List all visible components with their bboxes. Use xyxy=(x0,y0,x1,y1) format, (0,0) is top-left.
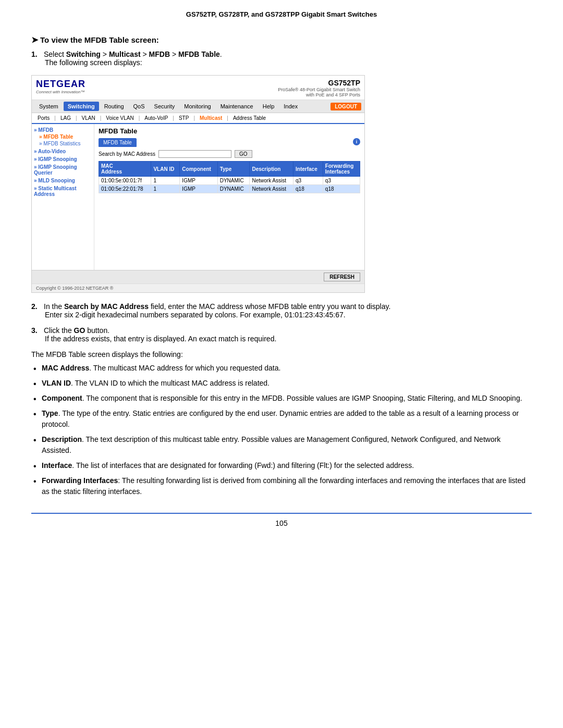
ng-sidebar: » MFDB » MFDB Table » MFDB Statistics » … xyxy=(32,124,94,270)
term-description: Description xyxy=(42,435,82,443)
info-icon[interactable]: i xyxy=(353,138,360,145)
col-description: Description xyxy=(250,162,293,177)
step-2-subtext: Enter six 2-digit hexadecimal numbers se… xyxy=(45,311,532,319)
step-3-text: Click the GO button. xyxy=(44,326,109,335)
step-3-subtext: If the address exists, that entry is dis… xyxy=(45,335,532,343)
nav-qos[interactable]: QoS xyxy=(129,102,149,111)
refresh-button[interactable]: REFRESH xyxy=(324,273,360,281)
cell-fwd-1: q3 xyxy=(323,177,360,185)
list-item-forwarding: Forwarding Interfaces: The resulting for… xyxy=(42,475,532,497)
ng-footer: REFRESH xyxy=(32,270,364,283)
cell-iface-1: q3 xyxy=(293,177,323,185)
cell-component-1: IGMP xyxy=(180,177,217,185)
ng-navbar: System Switching Routing QoS Security Mo… xyxy=(32,100,364,113)
cell-fwd-2: q18 xyxy=(323,185,360,193)
page-number: 105 xyxy=(31,513,532,527)
cell-vlan-1: 1 xyxy=(151,177,180,185)
search-label: Search by MAC Address xyxy=(99,151,155,157)
arrow-icon: ➤ xyxy=(31,35,38,45)
section-title: ➤ To view the MFDB Table screen: xyxy=(31,35,532,45)
term-component: Component xyxy=(42,394,82,402)
list-item-vlan: VLAN ID. The VLAN ID to which the multic… xyxy=(42,378,532,389)
mfdb-table-tab[interactable]: MFDB Table xyxy=(99,138,137,147)
ng-copyright: Copyright © 1996-2012 NETGEAR ® xyxy=(32,283,364,292)
col-component: Component xyxy=(180,162,217,177)
list-item-description: Description. The text description of thi… xyxy=(42,434,532,456)
nav-system[interactable]: System xyxy=(35,102,63,111)
subnav-vlan[interactable]: VLAN xyxy=(79,114,98,122)
cell-component-2: IGMP xyxy=(180,185,217,193)
subnav-sep2: | xyxy=(76,115,77,121)
nav-maintenance[interactable]: Maintenance xyxy=(216,102,258,111)
desc-interface: . The list of interfaces that are design… xyxy=(72,461,414,470)
bullet-list: MAC Address. The multicast MAC address f… xyxy=(31,363,532,497)
sidebar-mfdb-table[interactable]: » MFDB Table xyxy=(34,134,92,140)
mfdb-table-label: MFDB Table xyxy=(178,50,220,58)
search-mac-label: Search by MAC Address xyxy=(64,302,149,311)
step-1-number: 1. xyxy=(31,50,41,58)
mfdb-table: MACAddress VLAN ID Component Type Descri… xyxy=(99,161,360,193)
screenshot-container: NETGEAR Connect with Innovation™ GS752TP… xyxy=(31,75,365,293)
sidebar-mfdb-statistics[interactable]: » MFDB Statistics xyxy=(34,141,92,146)
ng-topbar: NETGEAR Connect with Innovation™ GS752TP… xyxy=(32,76,364,100)
subnav-addresstable[interactable]: Address Table xyxy=(230,114,268,122)
sidebar-mld-snooping[interactable]: » MLD Snooping xyxy=(34,178,92,183)
list-item-mac: MAC Address. The multicast MAC address f… xyxy=(42,363,532,374)
ng-subnav: Ports | LAG | VLAN | Voice VLAN | Auto-V… xyxy=(32,113,364,124)
go-button[interactable]: GO xyxy=(235,150,252,158)
multicast-label: Multicast xyxy=(109,50,141,58)
col-interface: Interface xyxy=(293,162,323,177)
cell-type-1: DYNAMIC xyxy=(217,177,250,185)
list-item-interface: Interface. The list of interfaces that a… xyxy=(42,460,532,471)
subnav-lag[interactable]: LAG xyxy=(58,114,74,122)
ng-product-info: GS752TP ProSafe® 48-Port Gigabit Smart S… xyxy=(278,79,360,97)
term-interface: Interface xyxy=(42,461,72,470)
subnav-multicast[interactable]: Multicast xyxy=(197,114,225,122)
term-mac: MAC Address xyxy=(42,364,89,372)
page-num-text: 105 xyxy=(275,519,287,527)
search-input[interactable] xyxy=(158,150,231,158)
cell-type-2: DYNAMIC xyxy=(217,185,250,193)
subnav-sep3: | xyxy=(100,115,102,121)
nav-security[interactable]: Security xyxy=(150,102,179,111)
table-row: 01:00:5e:00:01:7f 1 IGMP DYNAMIC Network… xyxy=(99,177,360,185)
cell-mac-2: 01:00:5e:22:01:78 xyxy=(99,185,151,193)
search-row: Search by MAC Address GO xyxy=(99,150,360,158)
subnav-autovoip[interactable]: Auto-VoIP xyxy=(142,114,170,122)
mfdb-description: The MFDB Table screen displays the follo… xyxy=(31,350,532,359)
go-label: GO xyxy=(74,326,85,335)
switching-label: Switching xyxy=(66,50,101,58)
desc-type: . The type of the entry. Static entries … xyxy=(42,409,519,428)
list-item-component: Component. The component that is respons… xyxy=(42,393,532,404)
nav-help[interactable]: Help xyxy=(259,102,279,111)
step-2: 2. In the Search by MAC Address field, e… xyxy=(31,302,532,319)
cell-mac-1: 01:00:5e:00:01:7f xyxy=(99,177,151,185)
col-forwarding: ForwardingInterfaces xyxy=(323,162,360,177)
ng-product-name: GS752TP xyxy=(278,79,360,87)
ng-logo: NETGEAR Connect with Innovation™ xyxy=(36,79,85,94)
subnav-voicevlan[interactable]: Voice VLAN xyxy=(103,114,136,122)
desc-description: . The text description of this multicast… xyxy=(42,435,500,454)
subnav-ports[interactable]: Ports xyxy=(35,114,52,122)
sidebar-static-multicast[interactable]: » Static Multicast Address xyxy=(34,186,92,197)
subnav-stp[interactable]: STP xyxy=(176,114,191,122)
nav-switching[interactable]: Switching xyxy=(64,102,99,111)
desc-vlan: . The VLAN ID to which the multicast MAC… xyxy=(71,379,270,387)
nav-monitoring[interactable]: Monitoring xyxy=(180,102,215,111)
nav-routing[interactable]: Routing xyxy=(100,102,128,111)
step-2-number: 2. xyxy=(31,302,41,311)
sidebar-igmp-snooping[interactable]: » IGMP Snooping xyxy=(34,156,92,162)
sidebar-mfdb-group[interactable]: » MFDB xyxy=(34,127,92,133)
logout-button[interactable]: LOGOUT xyxy=(331,103,361,110)
page-header: GS752TP, GS728TP, and GS728TPP Gigabit S… xyxy=(31,10,532,22)
step-3-number: 3. xyxy=(31,326,41,335)
nav-index[interactable]: Index xyxy=(279,102,302,111)
content-title: MFDB Table xyxy=(99,127,360,135)
cell-desc-2: Network Assist xyxy=(250,185,293,193)
subnav-sep5: | xyxy=(173,115,174,121)
sidebar-autovideo[interactable]: » Auto-Video xyxy=(34,149,92,154)
sidebar-igmp-querier[interactable]: » IGMP Snooping Querier xyxy=(34,164,92,176)
step-1: 1. Select Switching > Multicast > MFDB >… xyxy=(31,50,532,67)
ng-product-desc1: ProSafe® 48-Port Gigabit Smart Switch xyxy=(278,87,360,92)
subnav-sep1: | xyxy=(54,115,56,121)
